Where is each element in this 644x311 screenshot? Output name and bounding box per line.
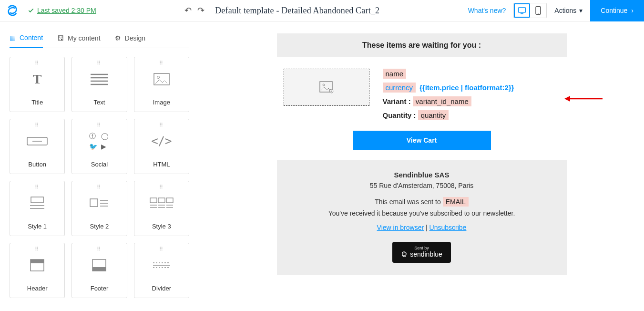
svg-marker-39 (564, 96, 570, 102)
variant-line: Variant : variant_id_name (383, 96, 560, 106)
svg-rect-28 (31, 259, 44, 263)
tab-content-label: Content (20, 34, 43, 41)
tab-design[interactable]: ⚙Design (115, 30, 146, 48)
save-status-link[interactable]: Last saved 2:30 PM (37, 7, 96, 14)
price-expression[interactable]: {{item.price | floatformat:2}} (419, 83, 514, 92)
footer-sent-to: This email was sent to EMAIL (291, 197, 552, 207)
svg-rect-20 (166, 198, 173, 203)
tag-currency[interactable]: currency (383, 83, 416, 93)
svg-point-2 (538, 13, 539, 14)
continue-button[interactable]: Continue › (590, 0, 644, 21)
svg-rect-19 (158, 198, 165, 203)
tab-content[interactable]: ▦Content (10, 30, 43, 48)
save-status: Last saved 2:30 PM (28, 7, 96, 14)
email-template: These items are waiting for you : + name… (277, 33, 567, 275)
mobile-view-button[interactable] (530, 3, 546, 18)
svg-rect-0 (519, 8, 526, 12)
svg-rect-18 (150, 198, 157, 203)
undo-redo-group: ↶ ↷ (184, 5, 204, 16)
svg-text:+: + (330, 89, 332, 93)
block-divider[interactable]: ⠿Divider (134, 243, 189, 298)
svg-rect-30 (92, 267, 106, 271)
block-style3[interactable]: ⠿Style 3 (134, 181, 189, 236)
product-image-placeholder[interactable]: + (284, 69, 369, 106)
block-html[interactable]: ⠿</>HTML (134, 119, 189, 174)
sent-by-badge[interactable]: Sent by sendinblue (392, 242, 451, 263)
tab-design-label: Design (125, 34, 146, 42)
device-toggle (513, 3, 547, 18)
desktop-view-button[interactable] (514, 3, 530, 18)
footer-subscribed: You've received it because you've subscr… (291, 209, 552, 217)
save-icon: 🖫 (57, 34, 64, 42)
sidebar-tabs: ▦Content 🖫My content ⚙Design (10, 30, 189, 48)
tag-email[interactable]: EMAIL (443, 197, 469, 207)
brand-logo (5, 3, 20, 18)
caret-down-icon: ▾ (579, 7, 583, 14)
tag-quantity[interactable]: quantity (418, 110, 449, 120)
sidebar: ▦Content 🖫My content ⚙Design ⠿TTitle ⠿Te… (0, 21, 199, 311)
block-style1[interactable]: ⠿Style 1 (10, 181, 65, 236)
items-banner[interactable]: These items are waiting for you : (277, 33, 567, 57)
block-title[interactable]: ⠿TTitle (10, 57, 65, 112)
svg-point-8 (157, 76, 159, 78)
tag-variant[interactable]: variant_id_name (413, 96, 471, 106)
whats-new-link[interactable]: What's new? (468, 7, 506, 14)
undo-button[interactable]: ↶ (184, 5, 192, 16)
annotation-arrow-icon (564, 94, 603, 103)
actions-label: Actions (554, 7, 576, 14)
block-button[interactable]: ⠿Button (10, 119, 65, 174)
tab-my-content-label: My content (68, 34, 100, 42)
unsubscribe-link[interactable]: Unsubscribe (429, 224, 467, 231)
view-in-browser-link[interactable]: View in browser (377, 224, 424, 231)
block-image[interactable]: ⠿Image (134, 57, 189, 112)
tab-my-content[interactable]: 🖫My content (57, 30, 100, 48)
block-text[interactable]: ⠿Text (72, 57, 127, 112)
tag-name[interactable]: name (383, 69, 407, 79)
canvas[interactable]: These items are waiting for you : + name… (199, 21, 644, 311)
footer-address: 55 Rue d'Amsterdam, 75008, Paris (291, 182, 552, 189)
quantity-line: Quantity : quantity (383, 110, 560, 120)
product-row[interactable]: + name currency {{item.price | floatform… (277, 57, 567, 127)
continue-label: Continue (601, 7, 627, 14)
block-palette: ⠿TTitle ⠿Text ⠿Image ⠿Button ⠿ⓕ◯🐦▶Social… (10, 57, 189, 298)
sendinblue-icon (401, 251, 408, 258)
svg-rect-14 (90, 199, 98, 207)
actions-menu[interactable]: Actions ▾ (554, 7, 583, 14)
block-footer[interactable]: ⠿Footer (72, 243, 127, 298)
view-cart-button[interactable]: View Cart (353, 131, 491, 150)
email-footer[interactable]: Sendinblue SAS 55 Rue d'Amsterdam, 75008… (277, 160, 567, 275)
check-icon (28, 7, 34, 14)
block-social[interactable]: ⠿ⓕ◯🐦▶Social (72, 119, 127, 174)
product-details: name currency {{item.price | floatformat… (383, 69, 560, 120)
redo-button[interactable]: ↷ (197, 5, 204, 16)
svg-point-35 (323, 84, 325, 86)
gear-icon: ⚙ (115, 34, 121, 42)
grid-icon: ▦ (10, 34, 16, 41)
block-style2[interactable]: ⠿Style 2 (72, 181, 127, 236)
footer-company: Sendinblue SAS (291, 171, 552, 179)
main: ▦Content 🖫My content ⚙Design ⠿TTitle ⠿Te… (0, 21, 644, 311)
svg-rect-11 (31, 197, 43, 203)
topbar: Last saved 2:30 PM ↶ ↷ Default template … (0, 0, 644, 21)
chevron-right-icon: › (631, 7, 634, 14)
template-title: Default template - Detailed Abandoned Ca… (215, 6, 379, 16)
block-header[interactable]: ⠿Header (10, 243, 65, 298)
